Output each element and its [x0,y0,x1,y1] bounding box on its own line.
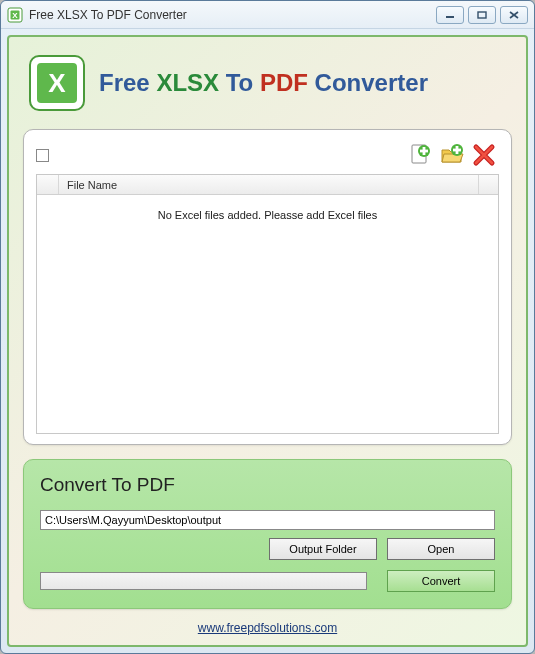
add-folder-button[interactable] [437,140,467,170]
title-xlsx: XLSX [156,69,219,96]
minimize-icon [445,11,455,19]
window-title: Free XLSX To PDF Converter [29,8,436,22]
column-checkbox[interactable] [37,175,59,194]
app-icon: X [7,7,23,23]
close-button[interactable] [500,6,528,24]
output-folder-button[interactable]: Output Folder [269,538,377,560]
file-list-header: File Name [37,175,498,195]
title-suffix: Converter [308,69,428,96]
output-path-input[interactable] [40,510,495,530]
progress-bar [40,572,367,590]
app-logo: X [29,55,85,111]
file-list: File Name No Excel files added. Pleasse … [36,174,499,434]
button-row-2: Convert [40,570,495,592]
open-button[interactable]: Open [387,538,495,560]
window-controls [436,6,528,24]
svg-text:X: X [12,11,18,20]
close-icon [509,11,519,19]
select-all-checkbox[interactable] [36,149,49,162]
client-area: X Free XLSX To PDF Converter [1,29,534,653]
main-panel: X Free XLSX To PDF Converter [7,35,528,647]
app-title: Free XLSX To PDF Converter [99,69,428,97]
maximize-button[interactable] [468,6,496,24]
select-all-container [36,143,60,167]
add-folder-icon [439,142,465,168]
minimize-button[interactable] [436,6,464,24]
file-toolbar [36,140,499,170]
website-link[interactable]: www.freepdfsolutions.com [198,621,337,635]
title-mid: To [219,69,260,96]
column-filename[interactable]: File Name [59,175,479,194]
add-file-icon [407,142,433,168]
empty-message: No Excel files added. Pleasse add Excel … [158,209,378,221]
svg-rect-4 [478,12,486,18]
svg-rect-13 [453,149,461,152]
title-pdf: PDF [260,69,308,96]
app-logo-letter: X [37,63,77,103]
remove-button[interactable] [469,140,499,170]
app-window: X Free XLSX To PDF Converter X [0,0,535,654]
titlebar[interactable]: X Free XLSX To PDF Converter [1,1,534,29]
convert-title: Convert To PDF [40,474,495,496]
remove-icon [472,143,496,167]
svg-rect-10 [420,150,428,153]
footer: www.freepdfsolutions.com [23,621,512,635]
button-row-1: Output Folder Open [40,538,495,560]
convert-card: Convert To PDF Output Folder Open Conver… [23,459,512,609]
add-file-button[interactable] [405,140,435,170]
file-list-card: File Name No Excel files added. Pleasse … [23,129,512,445]
file-list-body: No Excel files added. Pleasse add Excel … [37,195,498,433]
app-header: X Free XLSX To PDF Converter [23,55,512,129]
title-prefix: Free [99,69,156,96]
convert-button[interactable]: Convert [387,570,495,592]
maximize-icon [477,11,487,19]
